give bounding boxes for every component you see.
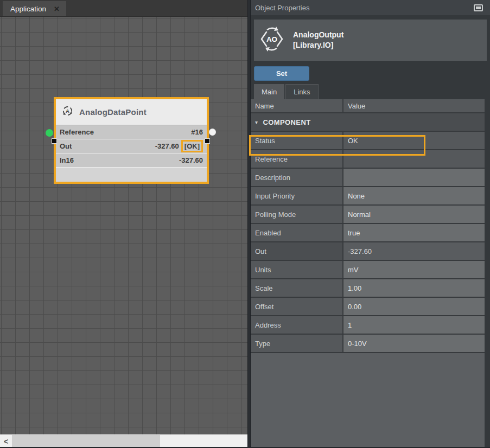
- group-label: COMPONENT: [263, 118, 310, 126]
- table-row-enabled[interactable]: Enabled true: [251, 224, 485, 242]
- table-empty-area: [251, 353, 485, 448]
- properties-tabs: Main Links: [251, 84, 490, 99]
- out-value: -327.60: [155, 142, 179, 150]
- block-slot-value: -327.60: [179, 156, 203, 164]
- scrollbar-thumb[interactable]: [12, 435, 160, 447]
- output-port-dot[interactable]: [209, 129, 216, 136]
- tab-links[interactable]: Links: [285, 84, 318, 99]
- editor-pane: Application ✕ A AnalogDataPoint: [0, 0, 247, 448]
- scroll-left-arrow-icon[interactable]: <: [0, 437, 12, 446]
- dock-panel-icon[interactable]: [474, 4, 483, 11]
- object-library: [Library.IO]: [293, 40, 343, 50]
- properties-table: Name Value ▾ COMPONENT Status OK Referen…: [251, 99, 485, 353]
- panel-title: Object Properties: [255, 4, 474, 12]
- tab-main[interactable]: Main: [254, 84, 284, 99]
- input-port-dot[interactable]: [46, 129, 53, 137]
- selection-handle-right[interactable]: [205, 138, 210, 144]
- table-row-polling-mode[interactable]: Polling Mode Normal: [251, 206, 485, 224]
- svg-text:A: A: [66, 108, 69, 114]
- collapse-arrow-icon[interactable]: ▾: [255, 119, 258, 125]
- application-window: Application ✕ A AnalogDataPoint: [0, 0, 490, 448]
- tab-close-icon[interactable]: ✕: [54, 5, 60, 13]
- block-row-out[interactable]: Out -327.60 [OK]: [56, 139, 207, 153]
- table-header-row: Name Value: [251, 99, 485, 113]
- table-row-out[interactable]: Out -327.60: [251, 242, 485, 261]
- object-header-card: AO AnalogOutput [Library.IO]: [254, 20, 487, 61]
- block-slot-value: #16: [191, 128, 203, 136]
- tab-application-label: Application: [10, 5, 46, 13]
- table-row-type[interactable]: Type 0-10V: [251, 335, 485, 353]
- group-header-component[interactable]: ▾ COMPONENT: [251, 113, 485, 132]
- analog-output-icon: AO: [259, 26, 284, 54]
- block-title: AnalogDataPoint: [79, 107, 147, 117]
- table-row-input-priority[interactable]: Input Priority None: [251, 187, 485, 206]
- set-button[interactable]: Set: [254, 66, 309, 81]
- svg-text:AO: AO: [266, 35, 277, 43]
- block-row-reference[interactable]: Reference #16: [56, 125, 207, 139]
- analog-datapoint-icon: A: [62, 105, 73, 119]
- table-row-units[interactable]: Units mV: [251, 261, 485, 279]
- block-row-in16[interactable]: In16 -327.60: [56, 153, 207, 168]
- block-footer: [56, 168, 207, 182]
- wiresheet-canvas[interactable]: A AnalogDataPoint Reference #16 Out -327…: [0, 16, 247, 434]
- table-row-status[interactable]: Status OK: [251, 132, 485, 150]
- selection-handle-left[interactable]: [52, 138, 57, 144]
- block-header[interactable]: A AnalogDataPoint: [56, 99, 207, 125]
- block-slot-name: Out: [60, 142, 72, 150]
- column-header-name: Name: [251, 99, 343, 112]
- table-row-offset[interactable]: Offset 0.00: [251, 298, 485, 316]
- block-slot-name: Reference: [60, 128, 94, 136]
- panel-title-bar: Object Properties: [251, 0, 490, 15]
- object-properties-panel: Object Properties AO AnalogOutput [Libra…: [251, 0, 490, 448]
- block-slot-value: -327.60 [OK]: [155, 142, 203, 151]
- table-row-address[interactable]: Address 1: [251, 316, 485, 335]
- analog-datapoint-block[interactable]: A AnalogDataPoint Reference #16 Out -327…: [54, 97, 209, 184]
- tab-application[interactable]: Application ✕: [3, 1, 66, 16]
- object-type-name: AnalogOutput: [293, 30, 343, 40]
- ok-status-annotation: [OK]: [181, 140, 203, 152]
- document-tab-bar: Application ✕: [0, 0, 247, 16]
- table-row-description[interactable]: Description: [251, 169, 485, 187]
- horizontal-scrollbar[interactable]: <: [0, 434, 247, 448]
- table-row-scale[interactable]: Scale 1.00: [251, 279, 485, 298]
- block-slot-name: In16: [60, 156, 74, 164]
- column-header-value: Value: [343, 99, 485, 112]
- table-row-reference[interactable]: Reference: [251, 150, 485, 169]
